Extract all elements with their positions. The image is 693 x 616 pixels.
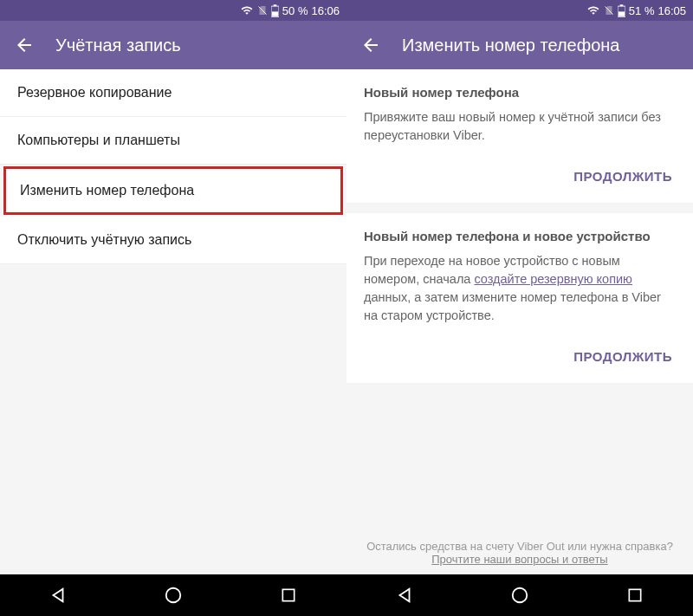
wifi-icon xyxy=(240,4,254,16)
back-button[interactable] xyxy=(360,35,381,55)
nav-back-button[interactable] xyxy=(379,574,431,616)
svg-rect-9 xyxy=(630,589,641,600)
list-item-devices[interactable]: Компьютеры и планшеты xyxy=(0,117,346,165)
list-item-label: Резервное копирование xyxy=(17,85,172,100)
status-bar: 50 % 16:06 xyxy=(0,0,346,21)
continue-button[interactable]: ПРОДОЛЖИТЬ xyxy=(570,162,676,191)
nav-home-button[interactable] xyxy=(147,574,199,616)
svg-rect-2 xyxy=(272,11,278,16)
svg-rect-7 xyxy=(619,11,625,16)
list-item-deactivate[interactable]: Отключить учётную запись xyxy=(0,217,346,264)
list-item-change-number[interactable]: Изменить номер телефона xyxy=(3,166,343,215)
page-title: Изменить номер телефона xyxy=(402,36,619,55)
svg-rect-6 xyxy=(620,4,624,6)
clock: 16:05 xyxy=(657,4,686,17)
section-title: Новый номер телефона xyxy=(364,85,676,100)
section-title: Новый номер телефона и новое устройство xyxy=(364,229,676,243)
footer-help-text: Остались средства на счету Viber Out или… xyxy=(364,540,676,553)
svg-rect-1 xyxy=(274,4,277,6)
nav-bar xyxy=(0,574,346,616)
nav-bar xyxy=(346,574,693,616)
faq-link[interactable]: Прочтите наши вопросы и ответы xyxy=(431,553,607,566)
sim-icon xyxy=(257,4,268,16)
app-bar: Изменить номер телефона xyxy=(346,21,693,69)
list-item-label: Компьютеры и планшеты xyxy=(17,133,180,147)
content-area: Новый номер телефона Привяжите ваш новый… xyxy=(346,69,693,574)
phone-left: 50 % 16:06 Учётная запись Резервное копи… xyxy=(0,0,346,616)
nav-home-button[interactable] xyxy=(494,574,546,616)
backup-link[interactable]: создайте резервную копию xyxy=(474,272,632,286)
list-item-backup[interactable]: Резервное копирование xyxy=(0,69,346,117)
battery-icon xyxy=(271,4,279,17)
clock: 16:06 xyxy=(311,4,340,17)
nav-recent-button[interactable] xyxy=(609,574,661,616)
svg-point-3 xyxy=(166,588,181,603)
app-bar: Учётная запись xyxy=(0,21,346,69)
phone-right: 51 % 16:05 Изменить номер телефона Новый… xyxy=(346,0,693,616)
section-new-number: Новый номер телефона Привяжите ваш новый… xyxy=(346,69,693,203)
nav-recent-button[interactable] xyxy=(262,574,314,616)
list-item-label: Отключить учётную запись xyxy=(17,232,191,247)
content-area: Резервное копирование Компьютеры и планш… xyxy=(0,69,346,574)
section-new-number-device: Новый номер телефона и новое устройство … xyxy=(346,213,693,383)
section-body: При переходе на новое устройство с новым… xyxy=(364,252,676,325)
continue-button[interactable]: ПРОДОЛЖИТЬ xyxy=(570,342,676,371)
nav-back-button[interactable] xyxy=(32,574,84,616)
back-button[interactable] xyxy=(14,35,35,55)
section-body: Привяжите ваш новый номер к учётной запи… xyxy=(364,108,676,145)
battery-percent: 50 % xyxy=(282,4,308,17)
list-item-label: Изменить номер телефона xyxy=(20,183,194,198)
svg-rect-4 xyxy=(283,589,295,600)
svg-point-8 xyxy=(513,588,528,603)
page-title: Учётная запись xyxy=(55,36,181,55)
sim-icon xyxy=(604,4,614,16)
battery-percent: 51 % xyxy=(629,4,655,17)
battery-icon xyxy=(618,4,625,17)
footer-help: Остались средства на счету Viber Out или… xyxy=(346,524,693,574)
status-bar: 51 % 16:05 xyxy=(346,0,693,21)
wifi-icon xyxy=(586,4,600,16)
